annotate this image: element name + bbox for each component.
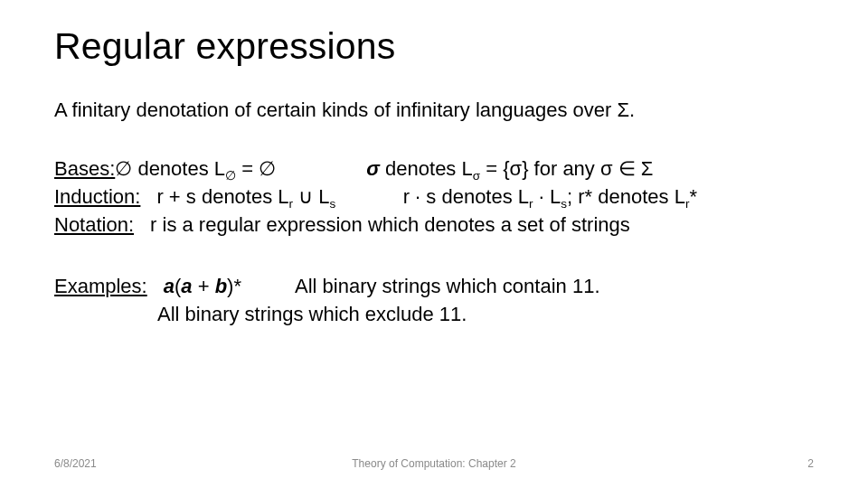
- bases-label: Bases:: [54, 157, 115, 180]
- ind-t2c: ; r* denotes L: [567, 185, 685, 208]
- empty-set-icon: ∅: [115, 157, 132, 180]
- bases-row: Bases:∅ denotes L∅ = ∅ σ denotes Lσ = {σ…: [54, 155, 814, 183]
- slide-title: Regular expressions: [54, 25, 814, 68]
- examples-label: Examples:: [54, 275, 147, 297]
- sigma-bold: σ: [366, 157, 380, 180]
- footer-page-number: 2: [807, 457, 814, 470]
- examples-row-1: Examples:a(a + b)* All binary strings wh…: [54, 272, 814, 300]
- bases-right-3: Σ: [636, 157, 654, 180]
- notation-label: Notation:: [54, 213, 134, 236]
- ex-line2: All binary strings which exclude 11.: [157, 303, 467, 325]
- ex-p2: )*: [227, 275, 241, 297]
- bases-left-2: =: [236, 157, 259, 180]
- induction-row: Induction:r + s denotes Lr ∪ Ls r · s de…: [54, 183, 814, 211]
- union-icon: ∪: [298, 185, 313, 208]
- slide-footer: 6/8/2021 Theory of Computation: Chapter …: [0, 457, 868, 475]
- ind-t2b: · L: [533, 185, 561, 208]
- ind-t1a: r + s denotes L: [156, 185, 288, 208]
- ind-t2d: *: [689, 185, 697, 208]
- slide: Regular expressions A finitary denotatio…: [0, 0, 868, 488]
- sub-s-1: s: [330, 198, 336, 211]
- ex-b: b: [215, 275, 227, 297]
- sub-s-2: s: [561, 198, 567, 211]
- ind-t1c: L: [313, 185, 329, 208]
- bases-right-2: = {σ} for any σ: [480, 157, 618, 180]
- notation-text: r is a regular expression which denotes …: [150, 213, 630, 236]
- induction-label: Induction:: [54, 185, 140, 208]
- bases-left-1: denotes L: [137, 157, 225, 180]
- ind-t2a: r · s denotes L: [403, 185, 529, 208]
- element-of-icon: ∈: [618, 157, 636, 180]
- definitions-block: Bases:∅ denotes L∅ = ∅ σ denotes Lσ = {σ…: [54, 155, 814, 239]
- ex-line1-tail: All binary strings which contain 11.: [295, 275, 600, 297]
- empty-set-icon-2: ∅: [259, 157, 276, 180]
- examples-row-2: All binary strings which exclude 11.: [54, 300, 814, 328]
- examples-block: Examples:a(a + b)* All binary strings wh…: [54, 272, 814, 328]
- slide-subtitle: A finitary denotation of certain kinds o…: [54, 99, 814, 122]
- notation-row: Notation:r is a regular expression which…: [54, 211, 814, 239]
- footer-center: Theory of Computation: Chapter 2: [0, 457, 868, 470]
- sub-empty-1: ∅: [225, 169, 236, 183]
- bases-right-1: denotes L: [380, 157, 473, 180]
- ex-a1: a: [164, 275, 175, 297]
- ex-a2: a: [181, 275, 192, 297]
- sub-sigma: σ: [473, 169, 480, 183]
- ex-plus: +: [193, 275, 215, 297]
